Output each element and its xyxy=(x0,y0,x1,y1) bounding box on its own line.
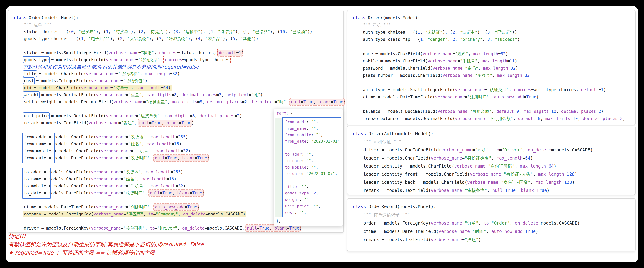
code-token: ctime = models.DateTimeField( xyxy=(353,229,439,234)
code-token: , xyxy=(247,100,252,104)
code-token: to_addr xyxy=(285,152,302,156)
pink-dashed-annotation: null=True, blank=True xyxy=(247,226,299,230)
code-token: plate_number = models.CharField( xyxy=(353,73,443,78)
code-token: , xyxy=(468,52,473,56)
code-token: True xyxy=(182,120,191,125)
code-token: max_digits xyxy=(165,114,190,118)
code-token: , xyxy=(195,114,200,118)
code-token: driver = models.OneToOneField( xyxy=(353,148,441,152)
pink-dashed-annotation: null=True, blank=True xyxy=(139,120,192,125)
code-token: "冷藏货物" xyxy=(166,36,188,41)
code-token: = xyxy=(121,78,123,83)
code-token: , xyxy=(213,29,218,34)
driver-model-panel: class Driver(models.Model): """ 司机 """ a… xyxy=(347,10,636,125)
code-token: )) xyxy=(512,30,517,34)
code-token: choices xyxy=(165,58,182,62)
code-token: 3 xyxy=(488,37,490,42)
code-token: 64 xyxy=(548,164,554,169)
code-token: = xyxy=(462,188,464,193)
code-token: , xyxy=(487,188,492,193)
code-token: : xyxy=(490,37,495,42)
code-token: , xyxy=(478,66,483,70)
code-token: max_length xyxy=(497,73,522,78)
code-token: ), ( xyxy=(166,29,176,34)
code-token: , xyxy=(489,94,494,99)
code-token: on_delete xyxy=(515,221,538,226)
code-token: to_mobile xyxy=(285,165,306,170)
code-token: 32 xyxy=(172,72,177,76)
code-token: True xyxy=(162,191,172,195)
code-token: , xyxy=(143,29,148,34)
code-token: , xyxy=(160,58,165,62)
code-token: ctime = models.DateTimeField( xyxy=(14,205,96,209)
code-line: order = models.ForeignKey(verbose_name="… xyxy=(353,219,635,227)
code-token: , xyxy=(540,116,546,121)
code-token: remark = models.TextField( xyxy=(353,188,431,193)
code-token: "司机" xyxy=(475,148,489,152)
handwritten-note-red: 有默认值和允许为空以及自动生成的字段,其属性都是不必填的,即required=F… xyxy=(8,240,204,248)
code-token: , xyxy=(108,29,114,34)
code-token: , xyxy=(141,170,146,174)
code-token: 2 xyxy=(452,37,455,42)
code-token: from_name xyxy=(285,126,306,130)
code-token: : xyxy=(302,172,306,176)
orderrecord-model-panel: class OrderRecord(models.Model): """ 订单运… xyxy=(347,198,636,252)
code-token: , xyxy=(176,92,182,97)
code-token: , xyxy=(151,148,156,153)
code-token: decimal_places xyxy=(200,114,234,118)
code-token: "手机号" xyxy=(460,59,477,63)
code-token: ) xyxy=(174,177,176,181)
code-line: plate_number = models.CharField(verbose_… xyxy=(353,72,635,79)
code-line: balance = models.DecimalField(verbose_na… xyxy=(353,108,635,115)
code-token: 1 xyxy=(420,37,423,42)
code-token: = xyxy=(179,120,182,125)
code-token: verbose_name xyxy=(101,148,131,153)
code-token: auth_type_class_map = { xyxy=(353,37,420,42)
code-line xyxy=(353,43,635,50)
code-token: ) xyxy=(183,184,186,188)
code-token: = xyxy=(249,92,251,97)
code-token xyxy=(14,212,24,216)
code-token: "其他" xyxy=(240,36,254,41)
code-token: null xyxy=(155,156,165,160)
code-token: = xyxy=(126,156,128,160)
code-token: verbose_name xyxy=(454,164,486,169)
code-token: =models.CASCADE) xyxy=(538,221,580,226)
code-token: = xyxy=(153,212,156,216)
code-token: verbose_name xyxy=(86,72,116,76)
code-token xyxy=(14,72,24,76)
code-token: verbose_name xyxy=(431,188,462,193)
code-token: = xyxy=(170,170,173,174)
code-token: ), ( xyxy=(96,29,106,34)
code-token: 64 xyxy=(525,156,530,160)
code-token: max_digits xyxy=(546,116,570,121)
code-token: =status_choices, xyxy=(176,50,216,55)
code-token: , xyxy=(533,172,538,177)
code-token: form xyxy=(276,111,286,116)
code-token: name = models.CharField( xyxy=(353,52,423,56)
code-token: null xyxy=(139,120,149,125)
code-token: verbose_name xyxy=(108,50,138,55)
blue-box-annotation: unit_price xyxy=(24,114,48,118)
code-token: = xyxy=(190,114,192,118)
code-token: goods_type xyxy=(24,58,48,62)
handwritten-note-red: ★ required=True + 可验证的字段 == 前端必须传递的字段 xyxy=(8,248,204,257)
code-token: verbose_name xyxy=(96,142,126,146)
code-token: to xyxy=(494,148,499,152)
code-token: = xyxy=(155,226,157,230)
code-token: : xyxy=(299,197,304,202)
code-token: verbose_name xyxy=(439,229,470,234)
code-token: , xyxy=(306,184,309,189)
code-token xyxy=(14,58,24,62)
code-token: , xyxy=(84,36,89,41)
code-token: "已认证" xyxy=(495,30,512,34)
code-token: 255 xyxy=(178,134,186,139)
code-token: blank xyxy=(274,226,287,230)
code-token: , xyxy=(556,109,561,114)
form-field-line: title: "", xyxy=(285,184,341,190)
code-token: ) xyxy=(536,94,539,99)
code-token: 2 xyxy=(237,114,240,118)
code-token: = xyxy=(524,94,526,99)
code-token: : xyxy=(309,204,314,208)
code-token: = xyxy=(468,109,470,114)
